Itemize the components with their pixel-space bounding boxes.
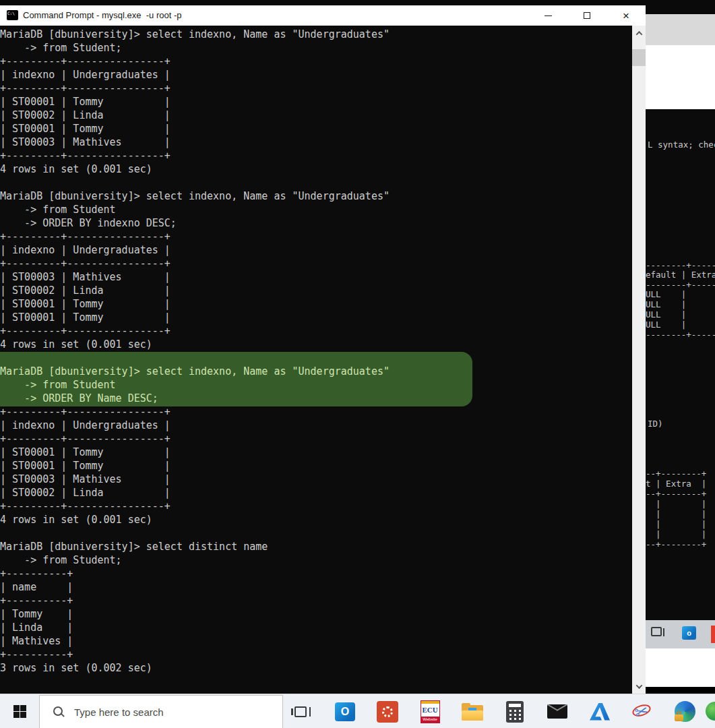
azure-icon — [590, 703, 610, 721]
windows-logo-icon — [13, 705, 26, 718]
terminal-line: MariaDB [dbuniversity]> select indexno, … — [0, 365, 632, 378]
search-icon — [52, 705, 65, 719]
terminal-line — [0, 351, 632, 365]
background-terminal-area: L syntax; check--------+--------efault |… — [646, 109, 715, 620]
background-text-fragment: --+--------+ — [646, 469, 706, 479]
snipping-tool-icon: ✂ — [630, 701, 654, 723]
taskbar-button-mail[interactable] — [544, 694, 571, 728]
background-text-fragment: efault | Extra — [646, 270, 715, 280]
app-red-sliver-icon — [711, 626, 715, 643]
chevron-up-icon — [635, 30, 642, 37]
background-text-fragment: t | Extra | — [646, 479, 706, 489]
taskbar-button-calculator[interactable] — [501, 694, 528, 728]
task-view-button[interactable] — [286, 694, 315, 728]
terminal-line: 3 rows in set (0.002 sec) — [0, 661, 632, 675]
background-text-fragment: ULL | — [646, 320, 686, 330]
terminal-line: | ST00001 | Tommy | — [0, 311, 632, 324]
terminal-line: | Mathives | — [0, 634, 632, 648]
mail-icon — [547, 704, 567, 719]
scrollbar[interactable] — [632, 26, 646, 694]
taskbar-button-outlook[interactable]: O — [332, 694, 359, 728]
outlook-icon: o — [682, 626, 696, 640]
terminal-line: 4 rows in set (0.001 sec) — [0, 162, 632, 176]
background-text-fragment: ULL | — [646, 290, 686, 299]
taskbar-button-file-explorer[interactable] — [459, 694, 486, 728]
start-button[interactable] — [0, 694, 39, 728]
terminal-line: | ST00002 | Linda | — [0, 109, 632, 122]
terminal-line: MariaDB [dbuniversity]> select indexno, … — [0, 28, 632, 41]
terminal-line — [0, 176, 632, 189]
terminal-output[interactable]: MariaDB [dbuniversity]> select indexno, … — [0, 26, 632, 694]
terminal-line: | ST00001 | Tommy | — [0, 122, 632, 135]
terminal-line: | indexno | Undergraduates | — [0, 243, 632, 257]
close-icon: × — [623, 10, 629, 22]
terminal-line: | indexno | Undergraduates | — [0, 68, 632, 82]
taskbar-button-ecu-website[interactable]: ECU Website — [416, 694, 443, 728]
terminal-line: | ST00001 | Tommy | — [0, 297, 632, 311]
taskbar-button-azure[interactable] — [586, 694, 613, 728]
cmd-icon: C:\ — [7, 10, 18, 20]
background-text-fragment: | | — [646, 499, 706, 509]
terminal-line: +---------+----------------+ — [0, 499, 632, 513]
terminal-line: +----------+ — [0, 567, 632, 580]
ecu-website-icon: ECU Website — [421, 700, 440, 723]
taskbar-button-canvas[interactable] — [374, 694, 401, 728]
terminal-line: 4 rows in set (0.001 sec) — [0, 513, 632, 526]
task-view-icon — [651, 627, 662, 636]
background-text-fragment: ULL | — [646, 310, 686, 320]
lock-icon — [675, 711, 683, 721]
terminal-line: | indexno | Undergraduates | — [0, 419, 632, 432]
taskbar: Type here to search O ECU Website — [0, 694, 715, 728]
ecu-website-label: Website — [421, 717, 439, 723]
maximize-button[interactable] — [567, 5, 607, 26]
taskbar-button-edge[interactable] — [671, 694, 698, 728]
background-text-fragment: --------+-------- — [646, 280, 715, 290]
terminal-line: | ST00001 | Tommy | — [0, 446, 632, 459]
edge-browser-icon — [675, 701, 695, 722]
background-black-band-top — [646, 0, 715, 14]
background-text-fragment: ULL | — [646, 300, 686, 309]
terminal-line: | Linda | — [0, 621, 632, 634]
terminal-line: | ST00003 | Mathives | — [0, 270, 632, 284]
background-black-strip — [646, 687, 715, 694]
search-placeholder: Type here to search — [74, 706, 164, 718]
background-text-fragment: L syntax; check — [648, 140, 715, 150]
terminal-line: MariaDB [dbuniversity]> select indexno, … — [0, 189, 632, 203]
window-title: Command Prompt - mysql.exe -u root -p — [23, 10, 182, 20]
background-white-band — [646, 45, 715, 109]
terminal-line: +---------+----------------+ — [0, 324, 632, 338]
outlook-icon: O — [335, 702, 355, 721]
terminal-line: -> from Student — [0, 203, 632, 216]
terminal-line: +---------+----------------+ — [0, 257, 632, 270]
terminal-line: | ST00002 | Linda | — [0, 486, 632, 499]
background-gray-band — [646, 14, 715, 45]
terminal-line: -> from Student; — [0, 553, 632, 567]
minimize-button[interactable] — [528, 5, 567, 26]
terminal-line: -> ORDER BY Name DESC; — [0, 392, 632, 405]
background-window[interactable]: L syntax; check--------+--------efault |… — [646, 0, 715, 694]
background-text-fragment: ID) — [648, 419, 663, 429]
search-input[interactable]: Type here to search — [39, 695, 283, 728]
scroll-up-button[interactable] — [632, 27, 646, 39]
terminal-line: 4 rows in set (0.001 sec) — [0, 338, 632, 351]
close-button[interactable]: × — [607, 5, 646, 26]
terminal-line: +---------+----------------+ — [0, 230, 632, 243]
title-bar[interactable]: C:\ Command Prompt - mysql.exe -u root -… — [0, 5, 646, 26]
background-mini-taskbar: o — [646, 620, 715, 648]
background-text-fragment: | | — [646, 520, 706, 529]
background-white-band-bottom — [646, 648, 715, 687]
terminal-line: -> from Student; — [0, 41, 632, 55]
taskbar-button-snipping-tool[interactable]: ✂ — [629, 694, 656, 728]
command-prompt-window: C:\ Command Prompt - mysql.exe -u root -… — [0, 5, 646, 694]
scrollbar-thumb[interactable] — [632, 49, 646, 66]
terminal-line: | ST00003 | Mathives | — [0, 135, 632, 149]
terminal-line: +---------+----------------+ — [0, 82, 632, 95]
terminal-line: | name | — [0, 580, 632, 594]
background-text-fragment: --------+-------- — [646, 330, 715, 340]
maximize-icon — [584, 12, 590, 19]
minimize-icon — [545, 16, 552, 16]
chevron-down-icon — [635, 682, 642, 689]
terminal-line: +---------+----------------+ — [0, 432, 632, 446]
background-text-fragment: | | — [646, 510, 706, 519]
scroll-down-button[interactable] — [632, 680, 646, 692]
